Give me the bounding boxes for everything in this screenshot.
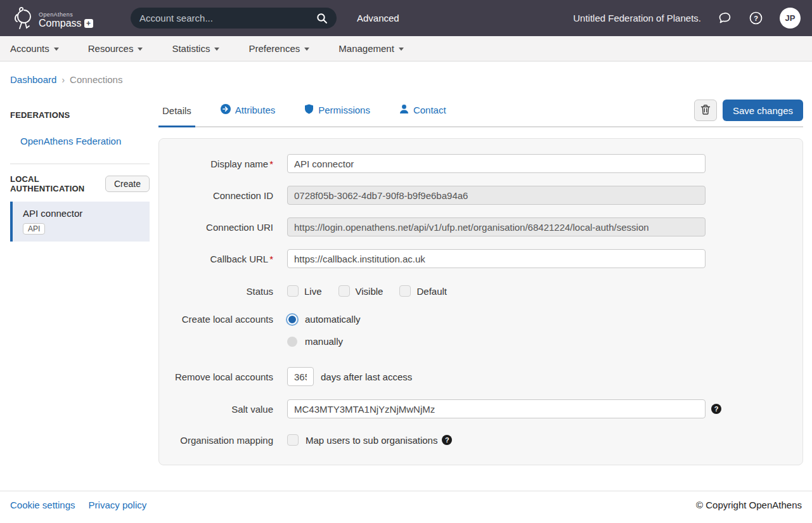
tab-bar: Details Attributes Permissions Contact [158, 95, 803, 127]
brand-text: OpenAthens Compass [39, 8, 93, 29]
person-icon [399, 104, 409, 116]
chevron-down-icon [214, 48, 219, 51]
delete-connection-button[interactable] [694, 100, 717, 121]
svg-text:?: ? [754, 15, 758, 22]
display-name-label: Display name* [159, 158, 273, 169]
chevron-down-icon [304, 48, 309, 51]
organisation-mapping-option-label: Map users to sub organisations [306, 435, 437, 446]
callback-url-input[interactable] [287, 249, 706, 268]
privacy-policy-link[interactable]: Privacy policy [89, 500, 147, 510]
connections-sidebar: FEDERATIONS OpenAthens Federation LOCAL … [10, 87, 150, 242]
automatically-radio[interactable] [287, 314, 297, 325]
status-row: Status Live Visible Default [159, 285, 802, 297]
cookie-settings-link[interactable]: Cookie settings [10, 500, 75, 510]
status-live-checkbox[interactable] [287, 285, 299, 297]
nav-management[interactable]: Management [338, 43, 404, 54]
shield-icon [304, 104, 314, 116]
chevron-down-icon [399, 48, 404, 51]
manually-label: manually [305, 336, 343, 347]
trash-icon [700, 104, 711, 117]
sidebar-divider [10, 164, 150, 164]
tab-permissions[interactable]: Permissions [300, 95, 374, 127]
connection-name: API connector [23, 208, 142, 219]
remove-local-accounts-row: Remove local accounts days after last ac… [159, 367, 802, 386]
nav-statistics[interactable]: Statistics [172, 43, 219, 54]
page-footer: Cookie settings Privacy policy © Copyrig… [0, 491, 812, 523]
status-visible-checkbox[interactable] [338, 285, 350, 297]
user-avatar[interactable]: JP [780, 8, 801, 29]
remove-days-suffix: days after last access [321, 371, 412, 382]
automatically-label: automatically [305, 314, 361, 325]
nav-accounts[interactable]: Accounts [10, 43, 59, 54]
advanced-search-link[interactable]: Advanced [357, 13, 399, 23]
status-live-label: Live [304, 286, 322, 297]
display-name-row: Display name* [159, 154, 802, 173]
copyright-text: © Copyright OpenAthens [696, 500, 802, 510]
connection-form-panel: Display name* Connection ID Connection U… [158, 138, 803, 465]
chat-bubble-icon[interactable] [718, 11, 732, 25]
salt-value-label: Salt value [159, 404, 273, 415]
connection-uri-row: Connection URI [159, 217, 802, 236]
connection-detail-main: Details Attributes Permissions Contact [158, 87, 803, 465]
chevron-down-icon [138, 48, 143, 51]
organisation-mapping-checkbox[interactable] [287, 434, 299, 446]
create-local-accounts-row: Create local accounts automatically manu… [159, 314, 802, 347]
create-local-accounts-label: Create local accounts [159, 314, 273, 325]
account-search-bar[interactable] [131, 8, 337, 29]
connection-uri-input [287, 217, 706, 236]
brand-openathens: OpenAthens [39, 11, 73, 18]
connection-id-input [287, 186, 706, 205]
status-label: Status [159, 286, 273, 297]
save-changes-button[interactable]: Save changes [723, 100, 803, 121]
brand-compass: Compass [39, 18, 82, 29]
status-default-checkbox[interactable] [399, 285, 411, 297]
nav-preferences[interactable]: Preferences [248, 43, 309, 54]
app-header: OpenAthens Compass Advanced Untitled Fed… [0, 0, 812, 36]
connection-id-row: Connection ID [159, 186, 802, 205]
required-marker: * [269, 254, 273, 264]
remove-local-accounts-label: Remove local accounts [159, 371, 273, 382]
sidebar-item-api-connector[interactable]: API connector API [10, 202, 150, 242]
help-icon[interactable]: ? [749, 11, 763, 25]
callback-url-row: Callback URL* [159, 249, 802, 268]
manually-radio[interactable] [287, 337, 297, 347]
salt-value-row: Salt value [159, 399, 802, 418]
chevron-down-icon [54, 48, 59, 51]
organisation-mapping-label: Organisation mapping [159, 435, 273, 446]
create-connection-button[interactable]: Create [105, 176, 150, 192]
question-circle-icon[interactable] [711, 404, 721, 414]
breadcrumb-dashboard-link[interactable]: Dashboard [10, 74, 56, 85]
question-circle-icon[interactable] [442, 435, 452, 445]
display-name-input[interactable] [287, 154, 706, 173]
api-badge: API [23, 223, 45, 235]
callback-url-label: Callback URL* [159, 254, 273, 264]
connection-uri-label: Connection URI [159, 222, 273, 233]
required-marker: * [269, 158, 273, 169]
tab-details[interactable]: Details [158, 96, 195, 127]
main-nav: Accounts Resources Statistics Preference… [0, 36, 812, 61]
breadcrumb-current: Connections [70, 74, 122, 85]
remove-days-input[interactable] [287, 367, 314, 386]
owl-logo-icon [11, 5, 34, 32]
federation-name: Untitled Federation of Planets. [573, 13, 701, 23]
sidebar-item-openathens-federation[interactable]: OpenAthens Federation [20, 136, 150, 146]
tab-contact[interactable]: Contact [396, 95, 450, 127]
federations-heading: FEDERATIONS [10, 110, 150, 120]
connection-id-label: Connection ID [159, 190, 273, 201]
status-default-label: Default [416, 286, 447, 297]
salt-value-input[interactable] [287, 399, 706, 418]
status-visible-label: Visible [356, 286, 383, 297]
local-authentication-heading: LOCAL AUTHENTICATION [10, 174, 105, 193]
account-search-input[interactable] [139, 13, 316, 23]
tab-attributes[interactable]: Attributes [217, 95, 279, 127]
arrow-circle-right-icon [221, 104, 231, 116]
openathens-compass-logo[interactable]: OpenAthens Compass [11, 5, 124, 32]
plus-icon [84, 19, 93, 28]
search-icon[interactable] [316, 13, 328, 24]
organisation-mapping-row: Organisation mapping Map users to sub or… [159, 434, 802, 446]
breadcrumb-separator: › [61, 75, 65, 85]
breadcrumb: Dashboard › Connections [0, 61, 812, 87]
nav-resources[interactable]: Resources [88, 43, 143, 54]
